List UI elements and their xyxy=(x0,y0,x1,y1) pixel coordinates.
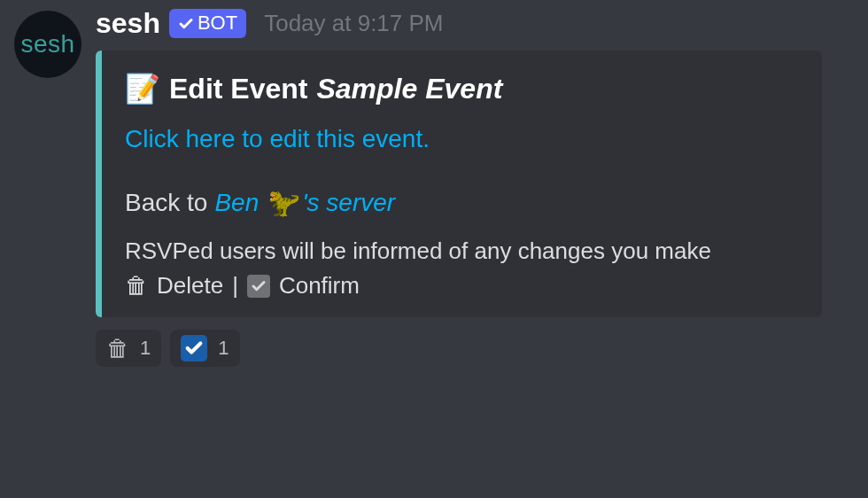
back-to-server: Back to Ben 🦖 's server xyxy=(125,187,799,218)
timestamp: Today at 9:17 PM xyxy=(264,10,443,37)
bot-badge: BOT xyxy=(169,9,246,38)
embed-title-prefix: Edit Event xyxy=(169,73,307,105)
reaction-count: 1 xyxy=(140,337,151,360)
verified-check-icon xyxy=(178,16,194,32)
back-prefix: Back to xyxy=(125,189,207,217)
reaction-trash[interactable]: 🗑 1 xyxy=(96,330,161,367)
separator: | xyxy=(232,272,238,300)
trex-icon: 🦖 xyxy=(264,187,297,218)
embed-content: 📝 Edit Event Sample Event Click here to … xyxy=(102,51,822,317)
avatar[interactable]: sesh xyxy=(14,11,81,78)
embed-accent xyxy=(96,51,102,317)
confirm-label: Confirm xyxy=(279,272,360,300)
embed-actions: 🗑 Delete | Confirm xyxy=(125,272,799,300)
message-header: sesh BOT Today at 9:17 PM xyxy=(96,7,854,40)
rsvp-info-text: RSVPed users will be informed of any cha… xyxy=(125,237,799,265)
memo-icon: 📝 xyxy=(125,72,160,105)
trash-icon: 🗑 xyxy=(106,337,129,360)
reactions-bar: 🗑 1 1 xyxy=(96,330,854,367)
reaction-count: 1 xyxy=(218,337,229,360)
server-name-suffix: 's server xyxy=(302,189,395,217)
reaction-check[interactable]: 1 xyxy=(170,330,239,367)
embed-title: 📝 Edit Event Sample Event xyxy=(125,72,799,105)
message-body: sesh BOT Today at 9:17 PM 📝 Edit Event S… xyxy=(96,7,854,367)
check-icon xyxy=(181,335,207,362)
embed: 📝 Edit Event Sample Event Click here to … xyxy=(96,51,822,317)
avatar-text: sesh xyxy=(20,30,74,58)
embed-event-name: Sample Event xyxy=(316,73,502,105)
edit-event-link[interactable]: Click here to edit this event. xyxy=(125,125,430,153)
delete-label: Delete xyxy=(157,272,223,300)
username[interactable]: sesh xyxy=(96,7,160,40)
server-owner-name: Ben xyxy=(214,189,259,217)
trash-icon: 🗑 xyxy=(125,272,148,300)
bot-label: BOT xyxy=(198,11,237,36)
server-link[interactable]: Ben 🦖 's server xyxy=(214,187,395,218)
check-icon xyxy=(247,275,270,298)
message: sesh sesh BOT Today at 9:17 PM 📝 Edit Ev… xyxy=(0,0,868,374)
